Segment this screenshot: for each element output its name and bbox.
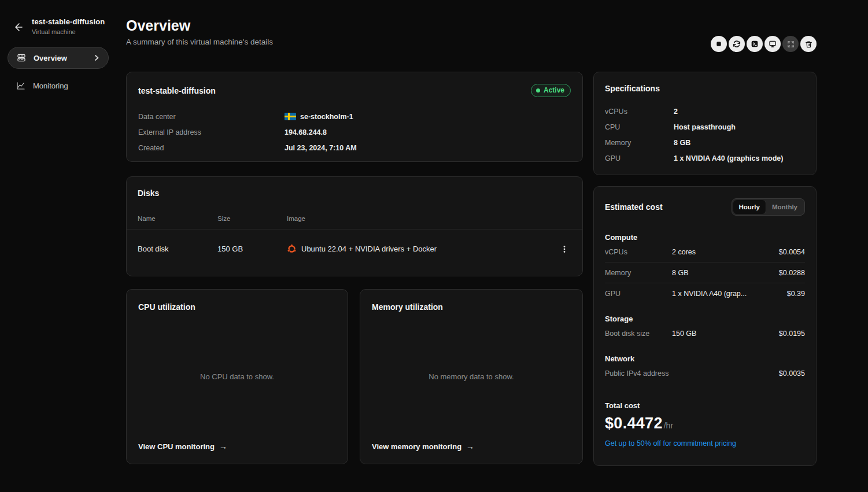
spec-row-vcpus: vCPUs 2 (605, 103, 805, 119)
row-value: se-stockholm-1 (300, 113, 353, 121)
row-label: Boot disk size (605, 330, 672, 338)
disks-card: Disks Name Size Image Boot disk 150 GB U… (126, 176, 583, 276)
column-header-name: Name (138, 215, 217, 222)
terminal-icon (750, 39, 759, 49)
view-memory-monitoring-link[interactable]: View memory monitoring → (372, 442, 571, 451)
row-label: vCPUs (605, 108, 674, 116)
arrow-right-icon: → (219, 442, 227, 451)
disk-image: Ubuntu 22.04 + NVIDIA drivers + Docker (301, 245, 437, 253)
kebab-menu-icon (560, 245, 568, 253)
billing-period-toggle: Hourly Monthly (732, 198, 806, 216)
vm-row-external-ip: External IP address 194.68.244.8 (138, 124, 571, 140)
row-detail: 1 x NVIDIA A40 (grap... (672, 290, 787, 298)
row-price: $0.39 (787, 290, 805, 298)
vm-details-card: test-stable-diffusion Active Data center… (126, 72, 583, 162)
spec-row-cpu: CPU Host passthrough (605, 119, 805, 135)
vm-row-created: Created Jul 23, 2024, 7:10 AM (138, 140, 571, 156)
vm-type: Virtual machine (32, 28, 105, 35)
view-cpu-monitoring-link[interactable]: View CPU monitoring → (138, 442, 336, 451)
row-detail: 2 cores (672, 248, 779, 256)
display-icon (768, 39, 777, 49)
cost-section-compute: Compute (605, 233, 805, 242)
vm-card-title: test-stable-diffusion (138, 86, 216, 95)
status-dot-icon (536, 88, 540, 93)
sidebar-item-label: Monitoring (33, 82, 68, 90)
disk-size: 150 GB (217, 245, 287, 253)
row-value: 194.68.244.8 (285, 128, 327, 136)
row-label: Memory (605, 269, 672, 277)
row-detail: 150 GB (672, 330, 779, 338)
memory-card-title: Memory utilization (372, 302, 571, 312)
cpu-card-title: CPU utilization (138, 302, 336, 312)
chevron-right-icon (93, 54, 100, 61)
table-row: Boot disk 150 GB Ubuntu 22.04 + NVIDIA d… (127, 230, 582, 268)
column-header-size: Size (217, 215, 287, 222)
page-subtitle: A summary of this virtual machine's deta… (126, 38, 273, 46)
sidebar-item-monitoring[interactable]: Monitoring (16, 79, 68, 93)
cpu-empty-state: No CPU data to show. (138, 312, 336, 442)
row-label: vCPUs (605, 248, 672, 256)
row-value: 1 x NVIDIA A40 (graphics mode) (674, 154, 783, 162)
row-value: 2 (674, 108, 678, 116)
estimated-cost-card: Estimated cost Hourly Monthly Compute vC… (593, 186, 817, 466)
commitment-pricing-link[interactable]: Get up to 50% off for commitment pricing (605, 439, 805, 447)
cost-row-gpu: GPU 1 x NVIDIA A40 (grap... $0.39 (605, 283, 805, 304)
specifications-card: Specifications vCPUs 2 CPU Host passthro… (593, 72, 817, 175)
restart-button[interactable] (729, 36, 745, 52)
link-label: View memory monitoring (372, 442, 461, 451)
fullscreen-button[interactable] (782, 36, 799, 52)
spec-row-memory: Memory 8 GB (605, 135, 805, 150)
back-button[interactable] (11, 20, 25, 34)
specifications-title: Specifications (605, 84, 805, 93)
disks-table-header: Name Size Image (127, 215, 582, 222)
total-cost-label: Total cost (605, 401, 805, 410)
row-label: Data center (138, 113, 285, 121)
estimated-cost-title: Estimated cost (605, 202, 663, 212)
sidebar-item-label: Overview (34, 54, 67, 62)
server-stack-icon (16, 53, 27, 63)
cost-section-storage: Storage (605, 315, 805, 323)
row-value: Host passthrough (674, 123, 736, 131)
row-label: GPU (605, 154, 674, 162)
spec-row-gpu: GPU 1 x NVIDIA A40 (graphics mode) (605, 150, 805, 166)
trash-icon (804, 40, 813, 49)
stop-icon (714, 39, 723, 49)
total-cost-amount: $0.4472 /hr (605, 415, 805, 432)
row-price: $0.0288 (779, 269, 805, 277)
cost-row-vcpus: vCPUs 2 cores $0.0054 (605, 242, 805, 262)
vm-action-toolbar (711, 36, 817, 52)
cost-row-memory: Memory 8 GB $0.0288 (605, 262, 805, 283)
line-chart-icon (16, 80, 26, 91)
vm-row-datacenter: Data center se-stockholm-1 (138, 109, 571, 124)
disk-row-menu-button[interactable] (557, 242, 571, 256)
vm-name: test-stable-diffusion (32, 17, 105, 26)
row-label: CPU (605, 123, 674, 131)
toggle-option-hourly[interactable]: Hourly (733, 200, 766, 214)
toggle-option-monthly[interactable]: Monthly (766, 200, 803, 214)
delete-button[interactable] (800, 36, 817, 52)
row-label: Memory (605, 139, 674, 147)
cost-section-network: Network (605, 354, 805, 363)
cost-row-boot-disk: Boot disk size 150 GB $0.0195 (605, 323, 805, 344)
sweden-flag-icon (285, 113, 296, 120)
row-value: Jul 23, 2024, 7:10 AM (285, 144, 357, 152)
row-label: Created (138, 144, 285, 152)
row-price: $0.0054 (779, 248, 805, 256)
display-button[interactable] (764, 36, 781, 52)
sidebar-item-overview[interactable]: Overview (8, 47, 109, 69)
restart-icon (732, 39, 741, 49)
disk-name: Boot disk (138, 245, 217, 253)
disks-title: Disks (127, 188, 582, 198)
terminal-button[interactable] (747, 36, 763, 52)
memory-utilization-card: Memory utilization No memory data to sho… (360, 289, 583, 464)
cpu-utilization-card: CPU utilization No CPU data to show. Vie… (126, 289, 348, 464)
ubuntu-logo-icon (287, 244, 297, 254)
row-price: $0.0035 (779, 369, 805, 378)
row-detail: 8 GB (672, 269, 779, 277)
row-label: Public IPv4 address (605, 369, 779, 378)
stop-button[interactable] (711, 36, 727, 52)
arrow-left-icon (13, 22, 23, 32)
status-badge: Active (531, 84, 571, 97)
row-value: 8 GB (674, 139, 690, 147)
column-header-image: Image (287, 215, 571, 222)
